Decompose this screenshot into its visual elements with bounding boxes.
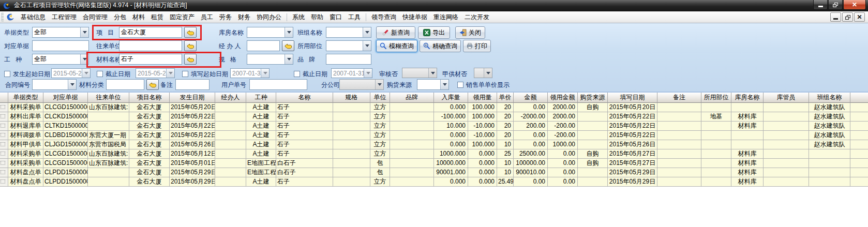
brand-input[interactable] — [326, 54, 371, 65]
column-header[interactable]: 品牌 — [390, 93, 434, 103]
occur-end-checkbox[interactable] — [97, 71, 103, 77]
owner-material-select[interactable] — [474, 68, 492, 78]
dropdown-arrow-icon[interactable] — [80, 54, 88, 64]
print-button[interactable]: 打印 — [463, 40, 491, 52]
spec-select[interactable] — [247, 54, 293, 65]
menu-item[interactable]: 分包 — [111, 11, 129, 23]
row-selector[interactable] — [0, 149, 8, 159]
row-selector[interactable] — [0, 159, 8, 168]
audited-select[interactable] — [402, 68, 437, 78]
dropdown-arrow-icon[interactable] — [363, 27, 371, 37]
project-lookup-button[interactable] — [184, 27, 197, 38]
table-row[interactable]: 材料甲供单CLJGD150000001东营市国税局金石大厦2015年05月26日… — [0, 140, 868, 149]
dropdown-arrow-icon[interactable] — [68, 80, 76, 89]
material-class-input[interactable] — [106, 79, 144, 90]
column-header[interactable]: 库管员 — [764, 93, 809, 103]
menu-item[interactable]: 劳务 — [216, 11, 235, 23]
related-doc-input[interactable] — [32, 40, 89, 51]
menu-item[interactable]: 固定资产 — [167, 11, 198, 23]
column-header[interactable]: 库房名称 — [731, 93, 764, 103]
menu-item[interactable]: 财务 — [235, 11, 253, 23]
dropdown-arrow-icon[interactable] — [428, 68, 437, 78]
menu-item[interactable]: 领导查询 — [368, 11, 399, 23]
minimize-button[interactable] — [813, 0, 828, 10]
column-header[interactable]: 对应单据 — [43, 93, 88, 103]
column-header[interactable]: 单据类型 — [8, 93, 43, 103]
menu-item[interactable]: 二次开发 — [461, 11, 492, 23]
menu-item[interactable]: 员工 — [198, 11, 216, 23]
material-name-lookup-button[interactable] — [184, 54, 197, 65]
restore-button[interactable] — [828, 0, 843, 10]
row-selector[interactable] — [0, 103, 8, 112]
dropdown-arrow-icon[interactable] — [82, 69, 90, 78]
menu-item[interactable]: 协同办公 — [253, 11, 285, 23]
column-header[interactable]: 填写日期 — [608, 93, 657, 103]
menu-item[interactable]: 租赁 — [148, 11, 167, 23]
column-header[interactable]: 所用部位 — [701, 93, 731, 103]
column-header[interactable]: 发生日期 — [170, 93, 215, 103]
fill-start-date-select[interactable]: 2007-01-31 — [230, 68, 270, 78]
table-row[interactable]: 材料盘点单CLPDD150000001金石大厦2015年05月29日A土建石子立… — [0, 177, 868, 187]
table-row[interactable]: 材料采购单CLCGD150000004山东百脉建筑:金石大厦2015年05月12… — [0, 149, 868, 159]
occur-start-checkbox[interactable] — [4, 71, 10, 77]
close-button[interactable]: ✕ — [843, 0, 866, 10]
menu-item[interactable]: 合同管理 — [80, 11, 111, 23]
menu-item[interactable]: 系统 — [289, 11, 308, 23]
new-query-button[interactable]: 新查询 — [376, 26, 415, 39]
menu-item[interactable]: 材料 — [129, 11, 148, 23]
row-selector[interactable] — [0, 122, 8, 131]
menu-item[interactable]: 快捷单据 — [399, 11, 430, 23]
close-form-button[interactable]: 关闭 — [455, 26, 485, 39]
used-part-select[interactable] — [326, 40, 371, 51]
column-header[interactable]: 经办人 — [215, 93, 246, 103]
dropdown-arrow-icon[interactable] — [364, 69, 372, 78]
dropdown-arrow-icon[interactable] — [285, 27, 293, 37]
export-button[interactable]: 导出 — [418, 26, 450, 39]
occur-end-date-select[interactable]: 2015-05-29 — [136, 68, 175, 78]
dropdown-arrow-icon[interactable] — [375, 80, 383, 89]
mdi-restore-button[interactable] — [842, 12, 853, 22]
occur-start-date-select[interactable]: 2015-05-29 — [51, 68, 91, 78]
column-header[interactable]: 金额 — [514, 93, 548, 103]
column-header[interactable]: 备注 — [657, 93, 701, 103]
menu-item[interactable]: 重连网络 — [430, 11, 461, 23]
doc-type-select[interactable]: 全部 — [32, 27, 89, 38]
row-selector[interactable] — [0, 131, 8, 140]
handler-lookup-button[interactable] — [282, 40, 294, 51]
column-header[interactable]: 入库量 — [434, 93, 468, 103]
fuzzy-query-button[interactable]: 模糊查询 — [376, 40, 417, 52]
mdi-close-button[interactable]: ✕ — [854, 12, 865, 22]
column-header[interactable]: 工种 — [246, 93, 276, 103]
mdi-minimize-button[interactable] — [830, 12, 841, 22]
table-row[interactable]: 材料采购单CLCGD150000001山东百脉建筑:金石大厦2015年05月20… — [0, 103, 868, 112]
exact-query-button[interactable]: 精确查询 — [420, 40, 461, 52]
team-name-select[interactable] — [326, 27, 371, 38]
menu-item[interactable]: 基础信息 — [18, 11, 49, 23]
column-header[interactable]: 项目名称 — [129, 93, 170, 103]
menu-item[interactable]: 工具 — [345, 11, 364, 23]
column-header[interactable]: 单价 — [497, 93, 514, 103]
table-row[interactable]: 材料出库单CLCKD150000001金石大厦2015年05月22日A土建石子立… — [0, 112, 868, 122]
user-doc-no-input[interactable] — [249, 79, 307, 90]
purchase-source-select[interactable] — [417, 79, 449, 90]
contract-no-select[interactable] — [32, 79, 77, 90]
column-header[interactable]: 购货来源 — [578, 93, 608, 103]
column-header[interactable]: 领用量 — [468, 93, 497, 103]
warehouse-name-select[interactable] — [247, 27, 293, 38]
column-header[interactable]: 往来单位 — [88, 93, 129, 103]
sales-price-show-checkbox[interactable] — [457, 82, 463, 88]
table-row[interactable]: 材料采购单CLCGD150000005山东百脉建筑:金石大厦2015年05月01… — [0, 159, 868, 168]
project-input[interactable] — [119, 27, 182, 38]
fill-end-date-select[interactable]: 2007-01-31 — [331, 68, 372, 78]
row-selector[interactable] — [0, 177, 8, 187]
material-name-input[interactable] — [119, 54, 182, 65]
dropdown-arrow-icon[interactable] — [80, 27, 88, 37]
material-class-lookup-button[interactable] — [146, 79, 159, 90]
table-row[interactable]: 材料盘点单CLPDD150000001金石大厦2015年05月29日E地面工程白… — [0, 168, 868, 177]
row-selector[interactable] — [0, 168, 8, 177]
fill-end-checkbox[interactable] — [294, 71, 300, 77]
table-row[interactable]: 材料退库单CLTKD150000001金石大厦2015年05月22日A土建石子立… — [0, 122, 868, 131]
column-header[interactable]: 班组名称 — [809, 93, 850, 103]
column-header[interactable] — [850, 93, 868, 103]
dropdown-arrow-icon[interactable] — [261, 69, 269, 78]
